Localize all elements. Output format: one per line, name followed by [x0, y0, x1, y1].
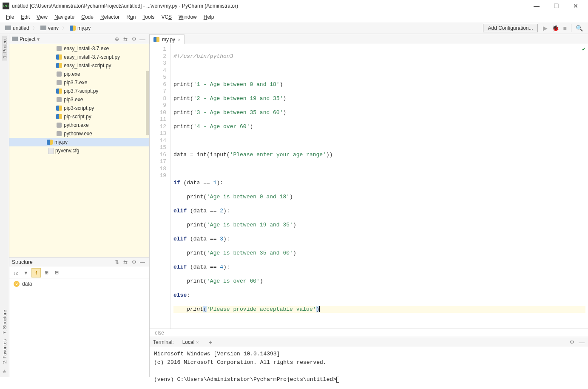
- file-icon: [48, 148, 54, 154]
- gear-icon[interactable]: ⚙: [130, 259, 138, 265]
- menu-tools[interactable]: Tools: [139, 13, 158, 21]
- left-gutter: 1: Project 7: Structure 2: Favorites ★: [0, 34, 9, 377]
- python-icon: [56, 89, 62, 94]
- python-icon: [56, 63, 62, 68]
- menubar: File Edit View Navigate Code Refactor Ru…: [0, 12, 588, 22]
- side-tab-structure[interactable]: 7: Structure: [2, 307, 7, 337]
- expand-icon[interactable]: ⇅: [113, 259, 121, 265]
- editor-tab-mypy[interactable]: my.py ×: [150, 34, 185, 44]
- terminal-tab-local[interactable]: Local×: [179, 338, 202, 346]
- file-row[interactable]: easy_install-3.7.exe: [9, 44, 149, 53]
- menu-run[interactable]: Run: [123, 13, 139, 21]
- file-row[interactable]: pip3.7.exe: [9, 78, 149, 87]
- file-row[interactable]: pythonw.exe: [9, 129, 149, 138]
- app-icon: PC: [3, 3, 9, 9]
- python-icon: [153, 37, 159, 42]
- terminal-cursor: [336, 377, 339, 383]
- menu-help[interactable]: Help: [200, 13, 218, 21]
- file-row[interactable]: easy_install-3.7-script.py: [9, 53, 149, 61]
- caret: [319, 306, 320, 312]
- exe-icon: [56, 46, 62, 51]
- python-icon: [70, 26, 76, 31]
- structure-node[interactable]: V data: [14, 281, 145, 287]
- hide-icon[interactable]: —: [138, 259, 147, 265]
- editor-area: my.py × ✔ 12345678910111213141516171819 …: [150, 34, 588, 377]
- terminal-label: Terminal:: [153, 339, 174, 345]
- file-row[interactable]: pip3-script.py: [9, 104, 149, 112]
- toolbar-icon[interactable]: ⊞: [42, 268, 51, 277]
- debug-icon[interactable]: 🐞: [552, 25, 559, 31]
- filter-icon[interactable]: ▼: [21, 268, 31, 277]
- toolbar-icon[interactable]: ⊟: [52, 268, 61, 277]
- dropdown-icon: ▼: [36, 37, 40, 42]
- stop-icon[interactable]: ■: [563, 25, 567, 31]
- scrollbar-thumb[interactable]: [146, 71, 149, 135]
- menu-code[interactable]: Code: [78, 13, 97, 21]
- menu-view[interactable]: View: [33, 13, 51, 21]
- titlebar: PC untitled [C:\Users\Administrator\Pych…: [0, 0, 588, 12]
- file-row[interactable]: python.exe: [9, 121, 149, 129]
- breadcrumb-untitled[interactable]: untitled: [3, 24, 32, 32]
- folder-icon: [5, 26, 11, 30]
- file-row[interactable]: pip3.7-script.py: [9, 87, 149, 95]
- file-row[interactable]: pip-script.py: [9, 112, 149, 121]
- code-area[interactable]: #!/usr/bin/python3 print('1 - Age betwee…: [171, 44, 588, 329]
- close-tab-icon[interactable]: ×: [196, 340, 199, 345]
- file-row-selected[interactable]: my.py: [9, 138, 149, 146]
- terminal-body[interactable]: Microsoft Windows [Version 10.0.14393] (…: [150, 347, 588, 386]
- chevron-icon: 〉: [62, 25, 66, 31]
- menu-edit[interactable]: Edit: [17, 13, 33, 21]
- sort-icon[interactable]: ↓z: [11, 268, 20, 277]
- window-title: untitled [C:\Users\Administrator\Pycharm…: [12, 3, 527, 9]
- locate-icon[interactable]: ⊕: [113, 36, 121, 42]
- variable-icon: V: [14, 281, 20, 287]
- add-configuration-button[interactable]: Add Configuration...: [483, 24, 537, 32]
- breadcrumb-file[interactable]: my.py: [67, 24, 93, 32]
- exe-icon: [56, 131, 62, 137]
- line-gutter: 12345678910111213141516171819: [150, 44, 171, 329]
- hide-icon[interactable]: —: [138, 36, 147, 43]
- file-row[interactable]: pip.exe: [9, 70, 149, 78]
- project-panel: Project▼ ⊕ ⇆ ⚙ — easy_install-3.7.exe ea…: [9, 34, 150, 377]
- folder-icon: [12, 37, 18, 41]
- new-terminal-icon[interactable]: +: [209, 339, 212, 346]
- project-tree[interactable]: easy_install-3.7.exe easy_install-3.7-sc…: [9, 44, 149, 257]
- gear-icon[interactable]: ⚙: [130, 36, 138, 42]
- menu-navigate[interactable]: Navigate: [51, 13, 78, 21]
- python-icon: [47, 140, 53, 145]
- menu-vcs[interactable]: VCS: [158, 13, 175, 21]
- python-icon: [56, 106, 62, 111]
- gear-icon[interactable]: ⚙: [570, 339, 574, 345]
- minimize-button[interactable]: —: [527, 0, 546, 12]
- file-row[interactable]: pyvenv.cfg: [9, 146, 149, 155]
- collapse-icon[interactable]: ⇆: [121, 259, 130, 265]
- collapse-icon[interactable]: ⇆: [121, 36, 130, 42]
- exe-icon: [56, 97, 62, 103]
- side-tab-project[interactable]: 1: Project: [2, 36, 7, 60]
- terminal-pane: Terminal: Local× + ⚙ — Microsoft Windows…: [150, 337, 588, 386]
- project-header: Project▼ ⊕ ⇆ ⚙ —: [9, 34, 149, 44]
- star-icon[interactable]: ★: [2, 369, 7, 375]
- menu-window[interactable]: Window: [175, 13, 200, 21]
- run-icon[interactable]: ▶: [543, 25, 548, 31]
- menu-refactor[interactable]: Refactor: [97, 13, 123, 21]
- editor[interactable]: ✔ 12345678910111213141516171819 #!/usr/b…: [150, 44, 588, 329]
- exe-icon: [56, 71, 62, 77]
- structure-toolbar: ↓z ▼ f ⊞ ⊟: [9, 267, 149, 278]
- exe-icon: [56, 80, 62, 86]
- exe-icon: [56, 122, 62, 128]
- show-fields-icon[interactable]: f: [31, 268, 41, 277]
- side-tab-favorites[interactable]: 2: Favorites: [2, 337, 7, 366]
- close-tab-icon[interactable]: ×: [178, 37, 180, 42]
- menu-file[interactable]: File: [3, 13, 17, 21]
- close-button[interactable]: ✕: [566, 0, 585, 12]
- editor-breadcrumb[interactable]: else: [150, 329, 588, 337]
- maximize-button[interactable]: ☐: [546, 0, 566, 12]
- file-row[interactable]: pip3.exe: [9, 95, 149, 104]
- search-icon[interactable]: 🔍: [576, 25, 583, 31]
- breadcrumb-venv[interactable]: venv: [38, 24, 61, 32]
- hide-icon[interactable]: —: [579, 339, 585, 346]
- file-row[interactable]: easy_install-script.py: [9, 61, 149, 70]
- structure-panel: Structure ⇅ ⇆ ⚙ — ↓z ▼ f ⊞ ⊟ V data: [9, 257, 149, 377]
- chevron-icon: 〉: [33, 25, 37, 31]
